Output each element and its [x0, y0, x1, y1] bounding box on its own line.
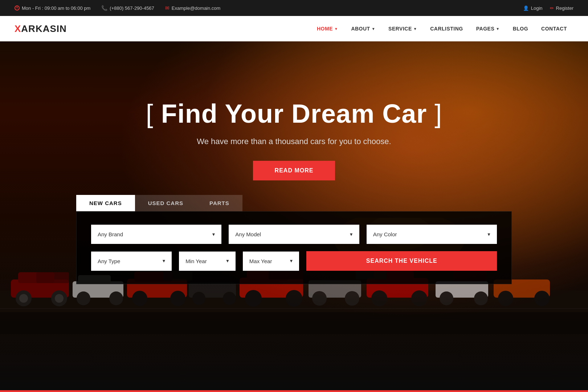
svg-point-22 [286, 290, 302, 307]
nav-about[interactable]: ABOUT ▼ [344, 16, 382, 41]
topbar-actions: 👤 Login ✏ Register [523, 5, 573, 11]
svg-point-15 [170, 291, 185, 306]
brand-select[interactable]: Any Brand BMW Mercedes Toyota Honda Ford [91, 225, 221, 244]
register-link[interactable]: ✏ Register [550, 5, 573, 11]
min-year-select[interactable]: Min Year 2015 2016 2017 2018 2019 2020 2… [179, 252, 236, 271]
login-link[interactable]: 👤 Login [523, 5, 543, 11]
min-year-select-wrap: Min Year 2015 2016 2017 2018 2019 2020 2… [179, 252, 236, 271]
svg-point-14 [132, 291, 147, 306]
search-row-2: Any Type Automatic Manual Electric Hybri… [91, 251, 497, 271]
svg-point-21 [245, 290, 262, 307]
svg-point-36 [534, 291, 550, 306]
user-icon: 👤 [523, 5, 529, 11]
model-select-wrap: Any Model Sedan SUV Coupe Hatchback ▼ [229, 225, 359, 244]
search-row-1: Any Brand BMW Mercedes Toyota Honda Ford… [91, 225, 497, 244]
max-year-select[interactable]: Max Year 2020 2021 2022 2023 2024 [243, 252, 299, 271]
tab-used-cars[interactable]: USED CARS [135, 195, 196, 211]
logo-text: ARKASIN [21, 23, 66, 34]
topbar-email: ✉ Example@domain.com [165, 5, 221, 11]
topbar-info: Mon - Fri : 09:00 am to 06:00 pm 📞 (+880… [15, 5, 512, 11]
svg-point-5 [19, 294, 28, 303]
nav-service[interactable]: SERVICE ▼ [382, 16, 424, 41]
tab-new-cars[interactable]: NEW CARS [76, 195, 135, 211]
hero-section: [ Find Your Dream Car ] We have more tha… [0, 41, 588, 392]
nav-links: HOME ▼ ABOUT ▼ SERVICE ▼ CARLISTING PAGE… [310, 16, 573, 41]
type-select-wrap: Any Type Automatic Manual Electric Hybri… [91, 252, 172, 271]
hero-subtitle: We have more than a thousand cars for yo… [146, 137, 442, 146]
clock-icon [15, 5, 20, 11]
svg-point-29 [411, 290, 427, 306]
svg-point-18 [192, 292, 205, 305]
type-select[interactable]: Any Type Automatic Manual Electric Hybri… [91, 252, 172, 271]
bracket-close: ] [434, 99, 442, 128]
chevron-down-icon: ▼ [496, 27, 499, 31]
topbar-hours: Mon - Fri : 09:00 am to 06:00 pm [15, 5, 90, 11]
search-section: NEW CARS USED CARS PARTS Any Brand BMW M… [76, 195, 512, 284]
svg-point-26 [345, 291, 359, 306]
model-select[interactable]: Any Model Sedan SUV Coupe Hatchback [229, 225, 359, 244]
chevron-down-icon: ▼ [413, 27, 417, 31]
bottom-bar [0, 390, 588, 392]
nav-blog[interactable]: BLOG [506, 16, 535, 41]
chevron-down-icon: ▼ [372, 27, 375, 31]
mail-icon: ✉ [165, 5, 170, 11]
svg-point-33 [474, 291, 488, 305]
color-select-wrap: Any Color Red Black White Silver Blue ▼ [367, 225, 497, 244]
nav-carlisting[interactable]: CARLISTING [424, 16, 470, 41]
nav-home[interactable]: HOME ▼ [310, 16, 344, 41]
pencil-icon: ✏ [550, 5, 554, 11]
hero-title: [ Find Your Dream Car ] [146, 99, 442, 128]
nav-contact[interactable]: CONTACT [535, 16, 573, 41]
search-panel: Any Brand BMW Mercedes Toyota Honda Ford… [76, 211, 512, 284]
read-more-button[interactable]: READ MORE [253, 161, 335, 180]
search-tabs: NEW CARS USED CARS PARTS [76, 195, 512, 211]
brand-select-wrap: Any Brand BMW Mercedes Toyota Honda Ford… [91, 225, 221, 244]
bracket-open: [ [146, 99, 154, 128]
svg-rect-43 [0, 312, 588, 334]
search-vehicle-button[interactable]: SEARCH THE VEHICLE [306, 251, 497, 271]
svg-point-25 [312, 291, 327, 306]
svg-rect-37 [36, 272, 69, 283]
logo[interactable]: XARKASIN [15, 23, 67, 34]
svg-point-28 [371, 290, 387, 306]
nav-pages[interactable]: PAGES ▼ [470, 16, 506, 41]
navbar: XARKASIN HOME ▼ ABOUT ▼ SERVICE ▼ CARLIS… [0, 16, 588, 41]
phone-icon: 📞 [101, 5, 107, 11]
svg-point-11 [109, 291, 123, 305]
max-year-select-wrap: Max Year 2020 2021 2022 2023 2024 ▼ [243, 252, 299, 271]
svg-point-10 [77, 291, 90, 305]
hero-content: [ Find Your Dream Car ] We have more tha… [131, 99, 457, 180]
svg-point-7 [55, 294, 64, 303]
svg-point-19 [223, 292, 236, 305]
logo-x: X [15, 23, 21, 34]
color-select[interactable]: Any Color Red Black White Silver Blue [367, 225, 497, 244]
tab-parts[interactable]: PARTS [196, 195, 242, 211]
svg-point-32 [440, 291, 453, 305]
chevron-down-icon: ▼ [334, 27, 338, 31]
topbar-phone: 📞 (+880) 567-290-4567 [101, 5, 154, 11]
topbar: Mon - Fri : 09:00 am to 06:00 pm 📞 (+880… [0, 0, 588, 16]
svg-point-35 [498, 291, 513, 306]
